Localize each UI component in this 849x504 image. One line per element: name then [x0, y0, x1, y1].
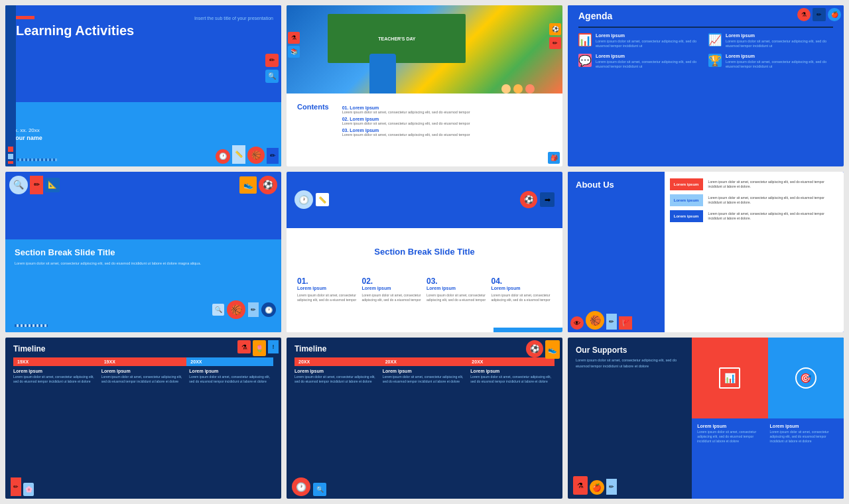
support-h-2: Lorem ipsum [770, 424, 838, 428]
name-section: xx. xx. 20xx Your name [12, 127, 42, 141]
numbered-item-1: 01. Lorem ipsum Lorem ipsum dolor sit am… [297, 277, 358, 302]
about-us-title: About Us [576, 180, 657, 190]
magnify-circle: 🔍 [9, 176, 28, 194]
period-2-7: 19XX [100, 357, 187, 366]
num-3: 03. [426, 277, 488, 286]
slide-7[interactable]: ⚗ 🌷 ! Timeline 19XX 19XX 20XX Lorem ipsu… [5, 338, 281, 499]
agenda-text-4: Lorem ipsum Lorem ipsum dolor sit amet, … [726, 54, 833, 69]
toc-item-1: 01. Lorem ipsum Lorem ipsum dolor sit am… [342, 105, 552, 114]
agenda-text-3: Lorem ipsum Lorem ipsum dolor sit amet, … [596, 54, 703, 69]
desc-4: Lorem ipsum dolor sit amet, consectetur … [491, 293, 553, 302]
agenda-h-2: Lorem ipsum [726, 33, 833, 38]
slide-9[interactable]: Our Supports Lorem ipsum dolor sit amet,… [568, 338, 844, 499]
tl-h-2: Lorem ipsum [101, 369, 186, 373]
agenda-title: Agenda [578, 11, 612, 21]
numbered-item-2: 02. Lorem ipsum Lorem ipsum dolor sit am… [362, 277, 423, 302]
slide-3[interactable]: Agenda ⚗ ✏ 🍎 📊 Lorem ipsum Lorem ipsum d… [568, 5, 844, 166]
supports-right-bottom: Lorem ipsum Lorem ipsum dolor sit amet, … [692, 418, 844, 499]
toc-3-title: 03. Lorem ipsum [342, 128, 552, 133]
support-p-2: Lorem ipsum dolor sit amet, consectetur … [770, 430, 838, 444]
eye-icon: 👁 [570, 316, 584, 330]
pencil-deco-2: ✏ [248, 302, 259, 317]
magnify-bottom-8: 🔍 [313, 483, 326, 496]
deco-bottom-2: 🌸 [23, 483, 34, 496]
timeline-bar-7: 19XX 19XX 20XX [13, 357, 273, 366]
exclaim-deco-7: ! [268, 340, 279, 353]
agenda-icon-2: 📈 [708, 33, 722, 46]
numbered-item-3: 03. Lorem ipsum Lorem ipsum dolor sit am… [426, 277, 488, 302]
book-icon-small: 📚 [288, 46, 300, 58]
label-1: Lorem ipsum [297, 286, 358, 290]
deco-sq-2 [8, 154, 13, 159]
blue-block-9: 🎯 [768, 338, 844, 418]
top-bar-right-icons: ⚽ ➡ [520, 191, 555, 208]
arrow-sq: ➡ [540, 192, 555, 207]
about-text-3: Lorem ipsum dolor sit amet, consectetur … [707, 210, 837, 222]
magnify-icon: 🔍 [265, 70, 279, 83]
slide-4[interactable]: 🔍 ✏ 📐 👟 ⚽ Section Break Slide Title Lore… [5, 172, 281, 333]
slide5-top-bar: 🕐 📏 ⚽ ➡ [287, 172, 562, 228]
about-label-1: Lorem ipsum [670, 178, 703, 190]
presenter-name: Your name [12, 135, 42, 141]
agenda-text-2: Lorem ipsum Lorem ipsum dolor sit amet, … [726, 33, 833, 48]
slide-1[interactable]: Learning Activities Insert the sub title… [5, 5, 281, 166]
clock-circle: 🕐 [294, 190, 313, 209]
toc-2-desc: Lorem ipsum dolor sit amet, consectetur … [342, 121, 552, 125]
supports-desc: Lorem ipsum dolor sit amet, consectetur … [576, 357, 684, 369]
ball-icon-2: ⚽ [259, 176, 277, 194]
deco-sq-3 [8, 161, 13, 164]
label-2: Lorem ipsum [362, 286, 423, 290]
tl-p-3: Lorem ipsum dolor sit amet, consectetur … [189, 375, 273, 384]
timeline-title-8: Timeline [287, 338, 562, 353]
ball-deco-8: ⚽ [526, 340, 543, 357]
support-h-1: Lorem ipsum [697, 424, 765, 428]
bottom-deco-8: 🕐 🔍 [292, 477, 557, 496]
agenda-h-1: Lorem ipsum [596, 33, 703, 38]
supports-right: 📊 🎯 Lorem ipsum Lorem ipsum dolor sit am… [692, 338, 844, 499]
about-text-2: Lorem ipsum dolor sit amet, consectetur … [707, 194, 837, 206]
support-item-2: Lorem ipsum Lorem ipsum dolor sit amet, … [770, 424, 838, 493]
tl-item-2: Lorem ipsum Lorem ipsum dolor sit amet, … [101, 369, 186, 384]
date-text: xx. xx. 20xx [12, 127, 42, 133]
tl-h-3: Lorem ipsum [189, 369, 273, 373]
teacher-figure [369, 54, 396, 94]
clock-deco: 🕐 [261, 302, 276, 317]
agenda-p-4: Lorem ipsum dolor sit amet, consectetur … [726, 60, 833, 69]
tl-p-1: Lorem ipsum dolor sit amet, consectetur … [13, 375, 98, 384]
slide-8[interactable]: ⚽ 👟 Timeline 20XX 20XX 20XX Lorem ipsum … [287, 338, 562, 499]
left-slide-icons: ⚗ 📚 [288, 32, 300, 58]
basketball-left: 🏀 [586, 311, 604, 330]
slide-6[interactable]: About Us 👁 🏀 ✏ 🚩 Lorem ipsum Lorem ipsum… [568, 172, 844, 333]
agenda-icon-1: 📊 [578, 33, 592, 46]
about-label-3: Lorem ipsum [670, 210, 703, 222]
magnify-sm: 🔍 [212, 304, 224, 316]
agenda-item-4: 🏆 Lorem ipsum Lorem ipsum dolor sit amet… [708, 54, 833, 69]
agenda-item-1: 📊 Lorem ipsum Lorem ipsum dolor sit amet… [578, 33, 703, 48]
tl-h-1: Lorem ipsum [13, 369, 98, 373]
support-item-1: Lorem ipsum Lorem ipsum dolor sit amet, … [697, 424, 765, 493]
section-break-desc: Lorem ipsum dolor sit amet, consectetur … [15, 261, 272, 266]
about-text-1: Lorem ipsum dolor sit amet, consectetur … [707, 178, 837, 190]
basketball-icon: 🏀 [247, 147, 265, 164]
stripe-bar [15, 324, 48, 327]
pink-block-9: 📊 [692, 338, 767, 418]
subtitle-text: Insert the sub title of your presentatio… [194, 16, 273, 21]
tl-h-3-8: Lorem ipsum [470, 369, 555, 373]
numbered-item-4: 04. Lorem ipsum Lorem ipsum dolor sit am… [491, 277, 553, 302]
num-2: 02. [362, 277, 423, 286]
toc-item-3: 03. Lorem ipsum Lorem ipsum dolor sit am… [342, 128, 552, 137]
apple-deco: 🍎 [828, 8, 841, 21]
pencil-deco: ✏ [813, 8, 826, 21]
toc-item-2: 02. Lorem ipsum Lorem ipsum dolor sit am… [342, 117, 552, 125]
right-top-icons: 👟 ⚽ [239, 176, 277, 194]
tl-item-1: Lorem ipsum Lorem ipsum dolor sit amet, … [13, 369, 98, 384]
desc-3: Lorem ipsum dolor sit amet, consectetur … [426, 293, 488, 302]
desc-1: Lorem ipsum dolor sit amet, consectetur … [297, 293, 358, 302]
agenda-icon-4: 🏆 [708, 54, 722, 67]
toc-1-desc: Lorem ipsum dolor sit amet, consectetur … [342, 110, 552, 114]
slide-5[interactable]: 🕐 📏 ⚽ ➡ Section Break Slide Title 01. Lo… [287, 172, 562, 333]
flask-9: ⚗ [573, 476, 588, 495]
supports-right-top: 📊 🎯 [692, 338, 844, 418]
slide-2[interactable]: TEACHER'S DAY ⚗ 📚 ⚽ ✏ [287, 5, 562, 166]
num-1: 01. [297, 277, 358, 286]
